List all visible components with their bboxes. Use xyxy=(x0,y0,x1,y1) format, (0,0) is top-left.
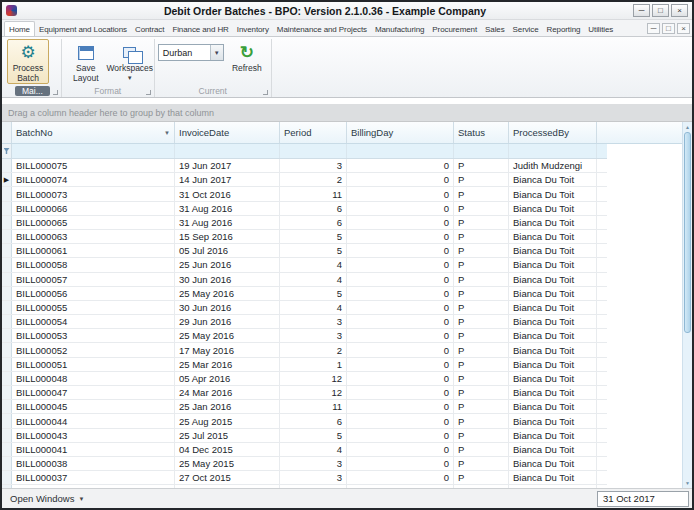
cell-invoicedate[interactable]: 19 Jun 2017 xyxy=(175,159,280,172)
cell-billingday[interactable]: 0 xyxy=(347,414,454,427)
cell-status[interactable]: P xyxy=(454,187,509,200)
tab-maintenance-and-projects[interactable]: Maintenance and Projects xyxy=(273,22,371,36)
cell-period[interactable]: 6 xyxy=(280,414,347,427)
cell-processedby[interactable]: Bianca Du Toit xyxy=(509,315,597,328)
cell-period[interactable]: 1 xyxy=(280,358,347,371)
table-row[interactable]: BILL00003825 May 201530PBianca Du Toit xyxy=(2,457,607,471)
cell-billingday[interactable]: 0 xyxy=(347,485,454,488)
cell-processedby[interactable]: Bianca Du Toit xyxy=(509,287,597,300)
cell-batchno[interactable]: BILL000036 xyxy=(12,485,175,488)
cell-invoicedate[interactable]: 04 Dec 2015 xyxy=(175,443,280,456)
tab-contract[interactable]: Contract xyxy=(131,22,168,36)
cell-period[interactable]: 12 xyxy=(280,372,347,385)
cell-processedby[interactable]: Bianca Du Toit xyxy=(509,457,597,470)
table-row[interactable]: BILL00006105 Jul 201650PBianca Du Toit xyxy=(2,244,607,258)
filter-cell-status[interactable] xyxy=(454,144,509,158)
vertical-scrollbar[interactable]: ▲ ▼ xyxy=(682,122,692,488)
tab-manufacturing[interactable]: Manufacturing xyxy=(371,22,428,36)
site-select[interactable]: Durban ▼ xyxy=(158,44,224,61)
scroll-up-icon[interactable]: ▲ xyxy=(683,122,692,132)
cell-status[interactable]: P xyxy=(454,457,509,470)
cell-invoicedate[interactable]: 25 May 2016 xyxy=(175,329,280,342)
cell-status[interactable]: P xyxy=(454,414,509,427)
cell-batchno[interactable]: BILL000045 xyxy=(12,400,175,413)
cell-period[interactable]: 5 xyxy=(280,429,347,442)
cell-status[interactable]: P xyxy=(454,372,509,385)
cell-billingday[interactable]: 0 xyxy=(347,202,454,215)
cell-status[interactable]: P xyxy=(454,244,509,257)
cell-processedby[interactable]: Bianca Du Toit xyxy=(509,202,597,215)
column-header-status[interactable]: Status xyxy=(454,122,509,143)
table-row[interactable]: BILL00007331 Oct 2016110PBianca Du Toit xyxy=(2,187,607,201)
cell-billingday[interactable]: 0 xyxy=(347,244,454,257)
cell-billingday[interactable]: 0 xyxy=(347,457,454,470)
cell-period[interactable]: 5 xyxy=(280,230,347,243)
cell-invoicedate[interactable]: 14 Jun 2017 xyxy=(175,173,280,186)
table-row[interactable]: BILL00005730 Jun 201640PBianca Du Toit xyxy=(2,273,607,287)
cell-period[interactable]: 11 xyxy=(280,400,347,413)
dialog-launcher-icon[interactable] xyxy=(146,90,151,95)
cell-period[interactable]: 5 xyxy=(280,244,347,257)
column-header-invoicedate[interactable]: InvoiceDate xyxy=(175,122,280,143)
mdi-close-button[interactable]: × xyxy=(677,23,690,34)
cell-batchno[interactable]: BILL000057 xyxy=(12,273,175,286)
cell-invoicedate[interactable]: 25 Aug 2015 xyxy=(175,414,280,427)
cell-batchno[interactable]: BILL000074 xyxy=(12,173,175,186)
cell-processedby[interactable]: Bianca Du Toit xyxy=(509,343,597,356)
cell-batchno[interactable]: BILL000065 xyxy=(12,216,175,229)
cell-status[interactable]: P xyxy=(454,173,509,186)
cell-batchno[interactable]: BILL000048 xyxy=(12,372,175,385)
cell-billingday[interactable]: 0 xyxy=(347,386,454,399)
cell-invoicedate[interactable]: 25 Mar 2016 xyxy=(175,358,280,371)
cell-processedby[interactable]: Bianca Du Toit xyxy=(509,400,597,413)
cell-billingday[interactable]: 0 xyxy=(347,372,454,385)
cell-billingday[interactable]: 0 xyxy=(347,230,454,243)
cell-status[interactable]: P xyxy=(454,315,509,328)
cell-processedby[interactable]: Bianca Du Toit xyxy=(509,372,597,385)
table-row[interactable]: BILL00007519 Jun 201730PJudith Mudzengi xyxy=(2,159,607,173)
cell-period[interactable]: 3 xyxy=(280,329,347,342)
scrollbar-track[interactable] xyxy=(683,132,692,478)
filter-cell-batchno[interactable] xyxy=(12,144,175,158)
cell-batchno[interactable]: BILL000061 xyxy=(12,244,175,257)
column-header-processedby[interactable]: ProcessedBy xyxy=(509,122,597,143)
cell-status[interactable]: P xyxy=(454,429,509,442)
cell-processedby[interactable]: Bianca Du Toit xyxy=(509,471,597,484)
cell-batchno[interactable]: BILL000041 xyxy=(12,443,175,456)
column-header-billingday[interactable]: BillingDay xyxy=(347,122,454,143)
scroll-down-icon[interactable]: ▼ xyxy=(683,478,692,488)
table-row[interactable]: BILL00004325 Jul 201550PBianca Du Toit xyxy=(2,429,607,443)
filter-cell-processedby[interactable] xyxy=(509,144,597,158)
open-windows-button[interactable]: Open Windows ▼ xyxy=(5,493,89,504)
cell-billingday[interactable]: 0 xyxy=(347,173,454,186)
cell-period[interactable]: 11 xyxy=(280,187,347,200)
cell-invoicedate[interactable]: 25 Jun 2016 xyxy=(175,258,280,271)
cell-billingday[interactable]: 0 xyxy=(347,443,454,456)
cell-billingday[interactable]: 0 xyxy=(347,301,454,314)
cell-processedby[interactable]: Bianca Du Toit xyxy=(509,429,597,442)
cell-invoicedate[interactable]: 17 May 2016 xyxy=(175,343,280,356)
refresh-button[interactable]: ↻ Refresh xyxy=(226,39,268,75)
cell-billingday[interactable]: 0 xyxy=(347,273,454,286)
cell-period[interactable]: 3 xyxy=(280,457,347,470)
table-row[interactable]: BILL00005825 Jun 201640PBianca Du Toit xyxy=(2,258,607,272)
cell-invoicedate[interactable]: 30 Jun 2016 xyxy=(175,301,280,314)
dialog-launcher-icon[interactable] xyxy=(53,90,58,95)
maximize-button[interactable]: □ xyxy=(652,4,669,17)
cell-status[interactable]: P xyxy=(454,159,509,172)
table-row[interactable]: BILL00006315 Sep 201650PBianca Du Toit xyxy=(2,230,607,244)
cell-batchno[interactable]: BILL000073 xyxy=(12,187,175,200)
cell-status[interactable]: P xyxy=(454,443,509,456)
table-row[interactable]: BILL00005625 May 201650PBianca Du Toit xyxy=(2,287,607,301)
cell-batchno[interactable]: BILL000044 xyxy=(12,414,175,427)
cell-batchno[interactable]: BILL000066 xyxy=(12,202,175,215)
cell-status[interactable]: P xyxy=(454,230,509,243)
table-row[interactable]: ▶BILL00007414 Jun 201720PBianca Du Toit xyxy=(2,173,607,187)
column-header-period[interactable]: Period xyxy=(280,122,347,143)
cell-status[interactable]: P xyxy=(454,273,509,286)
table-row[interactable]: BILL00004425 Aug 201560PBianca Du Toit xyxy=(2,414,607,428)
dialog-launcher-icon[interactable] xyxy=(263,90,268,95)
cell-status[interactable]: P xyxy=(454,485,509,488)
cell-status[interactable]: P xyxy=(454,258,509,271)
cell-billingday[interactable]: 0 xyxy=(347,358,454,371)
